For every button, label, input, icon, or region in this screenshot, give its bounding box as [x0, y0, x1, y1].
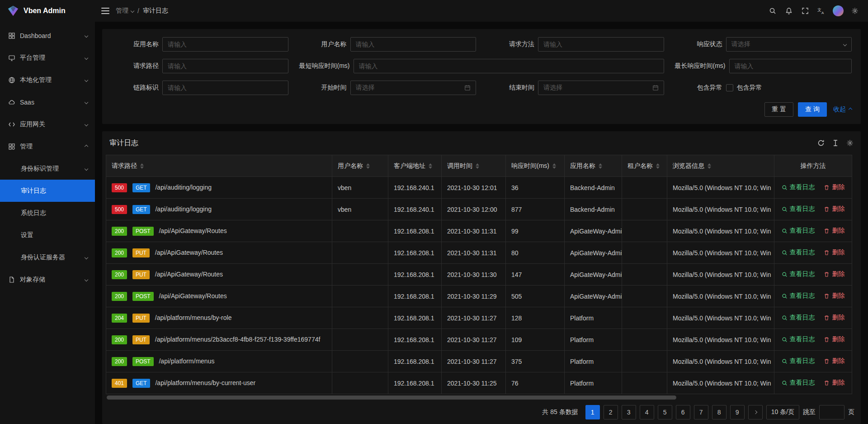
sidebar-item-localization[interactable]: 本地化管理: [0, 69, 95, 91]
fullscreen-icon[interactable]: [798, 4, 812, 18]
sidebar-item-system-log[interactable]: 系统日志: [0, 202, 95, 224]
column-header-app-name[interactable]: 应用名称: [565, 155, 622, 177]
breadcrumb-root[interactable]: 管理: [116, 7, 134, 15]
delete-button[interactable]: 删除: [824, 248, 844, 257]
search-button[interactable]: 查 询: [798, 102, 827, 117]
delete-button[interactable]: 删除: [824, 379, 844, 387]
sidebar-item-identity-server[interactable]: 身份认证服务器: [0, 246, 95, 268]
sort-icon[interactable]: [366, 163, 370, 169]
user-name-input[interactable]: [356, 38, 471, 51]
cell-app-name: Backend-Admin: [565, 177, 622, 199]
cell-actions: 查看日志 删除: [774, 351, 852, 372]
has-exception-checkbox[interactable]: [726, 84, 733, 91]
page-button[interactable]: 3: [622, 405, 636, 419]
view-log-button[interactable]: 查看日志: [782, 314, 815, 322]
column-header-client-address[interactable]: 客户端地址: [388, 155, 442, 177]
sidebar-item-settings[interactable]: 设置: [0, 224, 95, 246]
sidebar-item-platform[interactable]: 平台管理: [0, 47, 95, 69]
view-log-button[interactable]: 查看日志: [782, 227, 815, 235]
sidebar-item-audit-log[interactable]: 审计日志: [0, 180, 95, 202]
delete-button[interactable]: 删除: [824, 205, 844, 213]
column-header-tenant-name[interactable]: 租户名称: [622, 155, 667, 177]
cell-call-time: 2021-10-30 11:30: [442, 264, 506, 286]
sort-icon[interactable]: [476, 163, 479, 169]
view-log-button[interactable]: 查看日志: [782, 183, 815, 191]
jump-page-input[interactable]: [819, 405, 844, 419]
next-page-button[interactable]: [748, 405, 763, 419]
page-button[interactable]: 5: [658, 405, 672, 419]
field-label: 最短响应时间(ms): [299, 62, 350, 70]
view-log-button[interactable]: 查看日志: [782, 270, 815, 278]
horizontal-scrollbar[interactable]: [107, 395, 856, 400]
sort-icon[interactable]: [656, 163, 660, 169]
sort-icon[interactable]: [708, 163, 711, 169]
max-response-time-input[interactable]: [735, 59, 847, 73]
column-header-user-name[interactable]: 用户名称: [332, 155, 388, 177]
page-button[interactable]: 1: [585, 405, 600, 419]
sidebar-item-label: 本地化管理: [20, 76, 80, 84]
notification-bell-icon[interactable]: [782, 4, 796, 18]
column-header-call-time[interactable]: 调用时间: [442, 155, 506, 177]
column-height-icon[interactable]: [832, 139, 839, 147]
view-log-button[interactable]: 查看日志: [782, 379, 815, 387]
column-header-response-time[interactable]: 响应时间(ms): [506, 155, 565, 177]
cell-actions: 查看日志 删除: [774, 220, 852, 242]
page-button[interactable]: 9: [730, 405, 745, 419]
delete-button[interactable]: 删除: [824, 292, 844, 300]
settings-gear-icon[interactable]: [848, 4, 862, 18]
sort-icon[interactable]: [552, 163, 556, 169]
delete-button[interactable]: 删除: [824, 314, 844, 322]
request-path-text: /api/ApiGateway/Routes: [159, 292, 226, 300]
sort-icon[interactable]: [429, 163, 432, 169]
refresh-icon[interactable]: [817, 139, 825, 147]
end-time-picker[interactable]: 请选择: [538, 81, 664, 95]
sidebar-item-gateway[interactable]: 应用网关: [0, 113, 95, 135]
view-log-button[interactable]: 查看日志: [782, 248, 815, 257]
sidebar-item-identity-management[interactable]: 身份标识管理: [0, 157, 95, 180]
cell-actions: 查看日志 删除: [774, 329, 852, 351]
sort-icon[interactable]: [140, 163, 144, 169]
delete-button[interactable]: 删除: [824, 335, 844, 343]
page-button[interactable]: 4: [640, 405, 654, 419]
delete-button[interactable]: 删除: [824, 183, 844, 191]
page-button[interactable]: 2: [604, 405, 618, 419]
scrollbar-thumb[interactable]: [107, 395, 676, 400]
app-name-input[interactable]: [168, 38, 283, 51]
column-header-request-path[interactable]: 请求路径: [106, 155, 332, 177]
sidebar-item-label: 平台管理: [20, 54, 80, 62]
collapse-filter-button[interactable]: 收起: [833, 105, 852, 114]
start-time-picker[interactable]: 请选择: [350, 81, 476, 95]
chevron-right-icon: [753, 410, 757, 414]
column-settings-icon[interactable]: [846, 139, 854, 147]
user-avatar[interactable]: [833, 5, 844, 16]
delete-button[interactable]: 删除: [824, 357, 844, 365]
language-icon[interactable]: 文A: [815, 4, 828, 18]
http-method-input[interactable]: [543, 38, 659, 51]
reset-button[interactable]: 重 置: [764, 102, 793, 117]
response-status-select[interactable]: 请选择: [726, 37, 852, 52]
menu-collapse-icon[interactable]: [101, 8, 109, 14]
page-button[interactable]: 6: [676, 405, 690, 419]
search-icon[interactable]: [766, 4, 779, 18]
method-badge: GET: [132, 183, 150, 192]
sidebar-item-manage[interactable]: 管理: [0, 135, 95, 157]
page-button[interactable]: 7: [694, 405, 708, 419]
page-size-select[interactable]: 10 条/页: [766, 405, 799, 419]
delete-button[interactable]: 删除: [824, 270, 844, 278]
page-button[interactable]: 8: [712, 405, 726, 419]
delete-button[interactable]: 删除: [824, 227, 844, 235]
view-log-button[interactable]: 查看日志: [782, 357, 815, 365]
sidebar-item-object-storage[interactable]: 对象存储: [0, 268, 95, 291]
sidebar-item-saas[interactable]: Saas: [0, 91, 95, 113]
view-log-button[interactable]: 查看日志: [782, 292, 815, 300]
min-response-time-input[interactable]: [359, 59, 659, 73]
column-header-browser-info[interactable]: 浏览器信息: [667, 155, 774, 177]
view-log-button[interactable]: 查看日志: [782, 205, 815, 213]
sort-icon[interactable]: [599, 163, 602, 169]
view-log-button[interactable]: 查看日志: [782, 335, 815, 343]
cell-user-name: [332, 286, 388, 307]
sidebar-item-dashboard[interactable]: Dashboard: [0, 24, 95, 47]
trace-id-input[interactable]: [168, 81, 283, 95]
app-logo[interactable]: Vben Admin: [0, 0, 95, 22]
request-path-input[interactable]: [168, 59, 283, 73]
